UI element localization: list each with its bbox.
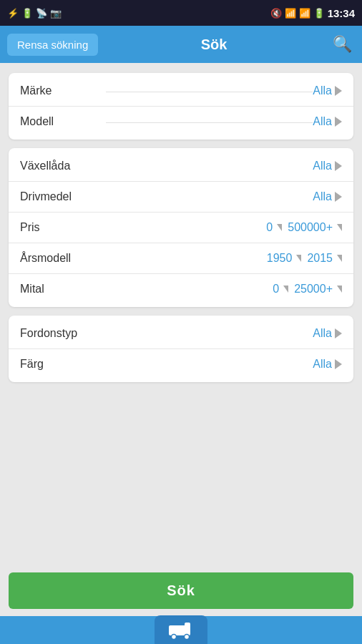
arsmodell-min-arrow-icon [296, 255, 301, 262]
modell-label: Modell [20, 115, 106, 128]
farg-arrow-icon [335, 359, 342, 369]
arsmodell-values: 1950 2015 [267, 252, 342, 265]
card-vehicle-type-color: Fordonstyp Alla Färg Alla [9, 316, 353, 382]
status-right-icons: 🔇 📶 📶 🔋 13:34 [270, 7, 355, 19]
main-content: Märke Alla Modell Alla Växellåda Alla Dr… [0, 63, 362, 565]
drivmedel-arrow-icon [335, 192, 342, 202]
sok-button[interactable]: Sök [9, 572, 353, 609]
pris-max: 500000+ [288, 221, 342, 234]
row-mital[interactable]: Mital 0 25000+ [9, 274, 353, 304]
pris-min-arrow-icon [277, 224, 282, 231]
signal-bars-icon: 📶 [299, 8, 310, 19]
row-fordonstyp[interactable]: Fordonstyp Alla [9, 318, 353, 349]
mital-max: 25000+ [294, 283, 342, 296]
drivmedel-value: Alla [106, 190, 332, 203]
pris-max-arrow-icon [337, 224, 342, 231]
signal-icon: 📡 [36, 8, 47, 19]
fordonstyp-value: Alla [106, 327, 332, 340]
wifi-icon: 📶 [285, 8, 296, 19]
arsmodell-label: Årsmodell [20, 252, 106, 265]
fordonstyp-label: Fordonstyp [20, 327, 106, 340]
search-button[interactable]: 🔍 [330, 32, 355, 57]
clock: 13:34 [328, 7, 355, 19]
farg-value: Alla [106, 358, 332, 371]
vaxellada-value: Alla [106, 160, 332, 172]
mital-values: 0 25000+ [273, 283, 342, 296]
marke-label: Märke [20, 84, 106, 97]
row-drivmedel[interactable]: Drivmedel Alla [9, 182, 353, 213]
clear-search-button[interactable]: Rensa sökning [7, 34, 98, 56]
active-tab-icon [155, 615, 207, 644]
drivmedel-label: Drivmedel [20, 190, 106, 203]
battery-icon: 🔋 [21, 8, 33, 19]
vaxellada-label: Växellåda [20, 160, 106, 172]
modell-arrow-icon [335, 117, 342, 127]
top-bar: Rensa sökning Sök 🔍 [0, 26, 362, 63]
card-brand-model: Märke Alla Modell Alla [9, 73, 353, 140]
row-arsmodell[interactable]: Årsmodell 1950 2015 [9, 243, 353, 274]
farg-label: Färg [20, 358, 106, 371]
svg-point-2 [172, 635, 177, 640]
row-marke[interactable]: Märke Alla [9, 76, 353, 107]
pris-min: 0 [266, 221, 282, 234]
page-title: Sök [105, 36, 323, 53]
row-vaxellada[interactable]: Växellåda Alla [9, 151, 353, 182]
search-btn-area: Sök [0, 565, 362, 616]
svg-rect-1 [185, 623, 190, 630]
modell-value: Alla [313, 115, 332, 128]
svg-point-3 [185, 635, 190, 640]
usb-icon: ⚡ [7, 8, 19, 19]
marke-value: Alla [313, 84, 332, 97]
mital-label: Mital [20, 283, 106, 296]
mital-min: 0 [273, 283, 288, 296]
fordonstyp-arrow-icon [335, 328, 342, 338]
pris-label: Pris [20, 221, 106, 234]
van-icon [167, 620, 195, 640]
camera-icon: 📷 [50, 8, 62, 19]
row-pris[interactable]: Pris 0 500000+ [9, 213, 353, 243]
mital-min-arrow-icon [283, 286, 288, 293]
pris-values: 0 500000+ [266, 221, 342, 234]
arsmodell-min: 1950 [267, 252, 302, 265]
bottom-tab-header [0, 616, 362, 644]
status-left-icons: ⚡ 🔋 📡 📷 [7, 8, 62, 19]
arsmodell-max-arrow-icon [337, 255, 342, 262]
mute-icon: 🔇 [270, 8, 282, 19]
vaxellada-arrow-icon [335, 161, 342, 171]
battery-full-icon: 🔋 [313, 8, 325, 19]
status-bar: ⚡ 🔋 📡 📷 🔇 📶 📶 🔋 13:34 [0, 0, 362, 26]
arsmodell-max: 2015 [307, 252, 342, 265]
row-farg[interactable]: Färg Alla [9, 349, 353, 379]
row-modell[interactable]: Modell Alla [9, 107, 353, 137]
mital-max-arrow-icon [337, 286, 342, 293]
search-icon: 🔍 [333, 35, 352, 53]
marke-arrow-icon [335, 86, 342, 96]
card-details: Växellåda Alla Drivmedel Alla Pris 0 500… [9, 148, 353, 307]
